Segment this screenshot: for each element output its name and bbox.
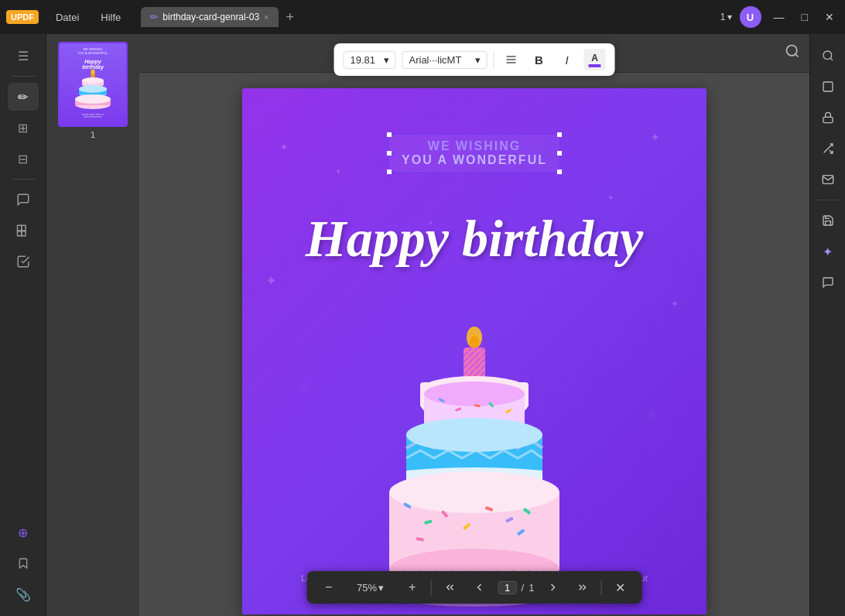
menu-datei[interactable]: Datei: [48, 9, 87, 26]
thumbnail-page-num: 1: [91, 130, 95, 139]
right-share-icon[interactable]: [812, 135, 843, 163]
font-name-chevron: ▾: [475, 54, 481, 66]
star-decoration: ✦: [335, 167, 341, 176]
maximize-button[interactable]: □: [797, 9, 812, 25]
page-number-input[interactable]: [498, 581, 517, 594]
menu-hilfe[interactable]: Hilfe: [93, 9, 128, 26]
sidebar-divider-2: [12, 179, 35, 180]
resize-handle-mr[interactable]: [556, 150, 563, 156]
thumbnail-image[interactable]: WE WISHINGYOU A WONDERFUL Happybirthday: [58, 42, 128, 127]
user-avatar[interactable]: U: [740, 6, 761, 28]
italic-button[interactable]: I: [556, 49, 578, 70]
sidebar-icon-layers[interactable]: ⊕: [8, 518, 39, 546]
svg-rect-2: [17, 231, 21, 236]
content-area: T Text Bild Link: [139, 34, 809, 616]
font-name-selector[interactable]: Arial···licMT ▾: [402, 51, 488, 69]
tab-title: birthday-card-genral-03: [162, 12, 259, 22]
thumbnail-item-1[interactable]: WE WISHINGYOU A WONDERFUL Happybirthday: [58, 42, 128, 139]
version-chevron-icon[interactable]: ▾: [727, 12, 732, 22]
right-sidebar-divider: [816, 200, 840, 200]
zoom-display: 75% ▾: [347, 582, 394, 594]
align-button[interactable]: [501, 49, 522, 70]
close-bar-button[interactable]: ✕: [609, 577, 631, 598]
resize-handle-tr[interactable]: [556, 132, 563, 138]
sidebar-icon-form[interactable]: [8, 248, 39, 275]
tab-close-button[interactable]: ×: [264, 12, 269, 22]
thumbnail-panel: WE WISHINGYOU A WONDERFUL Happybirthday: [46, 34, 139, 616]
sidebar-icon-comment[interactable]: [8, 186, 39, 214]
top-right-area: 1 ▾ U — □ ✕: [720, 6, 839, 28]
cake-svg: [320, 320, 629, 614]
sidebar-icon-grid[interactable]: ⊞: [8, 114, 39, 142]
star-decoration: ✦: [650, 130, 660, 145]
text-selection-box[interactable]: WE WISHING YOU A WONDERFUL: [388, 133, 561, 173]
bottom-toolbar: − 75% ▾ + / 1: [307, 571, 642, 604]
version-badge: 1 ▾: [720, 12, 732, 22]
active-tab[interactable]: ✏ birthday-card-genral-03 ×: [141, 7, 278, 27]
topbar: UPDF Datei Hilfe ✏ birthday-card-genral-…: [0, 0, 845, 34]
card-happy-birthday: Happy birthday: [258, 212, 691, 265]
right-chat-icon[interactable]: [812, 269, 843, 296]
prev-page-button[interactable]: [469, 577, 491, 598]
tab-area: ✏ birthday-card-genral-03 × +: [141, 7, 299, 27]
bottom-toolbar-divider-2: [600, 580, 601, 595]
thumbnail-inner: WE WISHINGYOU A WONDERFUL Happybirthday: [60, 43, 126, 125]
svg-line-18: [795, 54, 799, 57]
star-decoration: ✦: [279, 141, 289, 153]
svg-point-42: [389, 471, 559, 513]
thumb-footer-text: Lorem ipsum dolor sitamet consectetur: [82, 114, 104, 120]
zoom-in-button[interactable]: +: [402, 577, 423, 598]
card-text-line2: YOU A WONDERFUL: [402, 153, 547, 167]
tab-add-button[interactable]: +: [282, 9, 299, 26]
svg-point-11: [79, 85, 107, 93]
updf-logo[interactable]: UPDF: [6, 10, 39, 24]
star-decoration: ✦: [265, 272, 277, 289]
sidebar-bottom: ⊕ 📎: [8, 518, 39, 608]
right-search-icon[interactable]: [812, 42, 843, 70]
last-page-button[interactable]: [571, 577, 593, 598]
resize-handle-ml[interactable]: [386, 150, 392, 156]
thumb-happy-text: Happybirthday: [82, 59, 104, 70]
minimize-button[interactable]: —: [769, 9, 789, 25]
close-window-button[interactable]: ✕: [820, 9, 839, 25]
zoom-out-button[interactable]: −: [318, 577, 340, 598]
first-page-button[interactable]: [440, 577, 461, 598]
sidebar-icon-pages[interactable]: ☰: [8, 42, 39, 70]
thumb-cake-svg: [70, 70, 116, 112]
right-protect-icon[interactable]: [812, 104, 843, 132]
star-decoration: ★: [298, 378, 312, 396]
sidebar-icon-edit[interactable]: ✏: [8, 83, 39, 111]
resize-handle-br[interactable]: [556, 169, 563, 175]
svg-rect-0: [17, 225, 21, 231]
bold-button[interactable]: B: [529, 49, 550, 70]
right-ai-icon[interactable]: ✦: [812, 238, 843, 265]
bottom-toolbar-divider: [431, 580, 432, 595]
resize-handle-bl[interactable]: [386, 169, 392, 175]
document-canvas: ✦ ✦ ✦ ✦ ✦ ✦ ★ ★ ✦ ✦ WE WISHING: [242, 88, 706, 614]
svg-rect-1: [21, 225, 25, 231]
next-page-button[interactable]: [542, 577, 563, 598]
svg-point-14: [75, 94, 111, 104]
svg-rect-58: [823, 117, 833, 122]
font-name-value: Arial···licMT: [409, 54, 462, 66]
right-mail-icon[interactable]: [812, 166, 843, 193]
right-save-icon[interactable]: [812, 207, 843, 234]
resize-handle-tl[interactable]: [386, 132, 392, 138]
right-fit-icon[interactable]: [812, 73, 843, 101]
page-total: 1: [529, 582, 534, 594]
svg-point-55: [823, 51, 832, 60]
zoom-level-text: 75%: [357, 582, 377, 594]
svg-point-29: [424, 382, 525, 406]
svg-point-17: [787, 46, 797, 56]
font-size-selector[interactable]: 19.81 ▾: [344, 51, 396, 69]
sidebar-icon-bookmark[interactable]: [8, 549, 39, 577]
svg-line-56: [830, 58, 833, 60]
sidebar-icon-extract[interactable]: ⊟: [8, 145, 39, 173]
thumb-title-text: WE WISHINGYOU A WONDERFUL: [78, 48, 108, 56]
color-picker-button[interactable]: A: [584, 49, 606, 70]
svg-point-23: [470, 336, 479, 348]
content-search-icon[interactable]: [785, 43, 800, 63]
sidebar-icon-pages2[interactable]: [8, 217, 39, 245]
zoom-dropdown-arrow[interactable]: ▾: [378, 582, 384, 594]
sidebar-icon-attachment[interactable]: 📎: [8, 580, 39, 608]
